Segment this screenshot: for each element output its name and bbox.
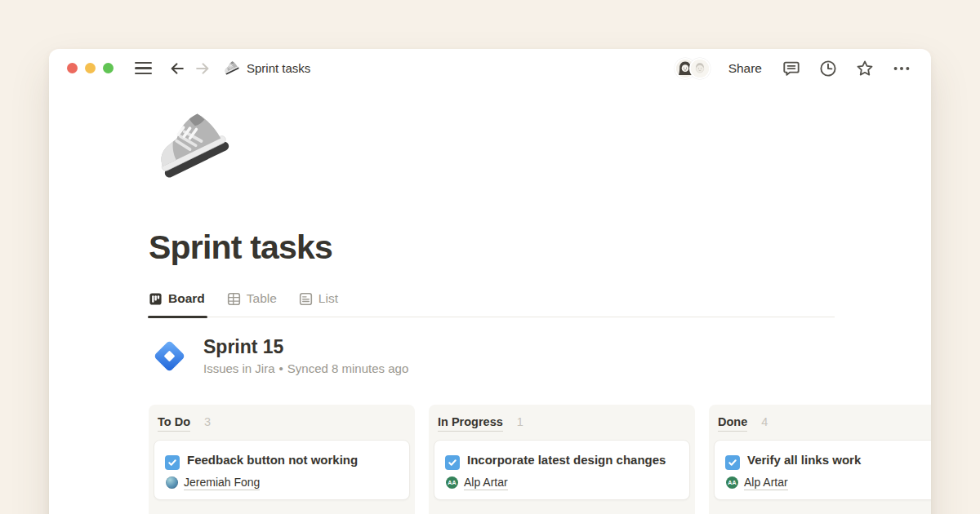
page-hero-sneaker-icon[interactable] — [151, 103, 234, 189]
updates-clock-icon[interactable] — [818, 59, 838, 78]
board-column-todo: To Do 3 Feedback button not working Jere… — [149, 405, 415, 514]
assignee-row: AA Alp Artar — [725, 476, 931, 490]
task-card[interactable]: Feedback button not working Jeremiah Fon… — [154, 440, 410, 500]
database-sync-status: Issues in Jira•Synced 8 minutes ago — [203, 361, 408, 375]
board-column-done: Done 4 Verify all links work AA Alp Arta… — [709, 405, 931, 514]
task-card[interactable]: Verify all links work AA Alp Artar — [714, 440, 931, 500]
assignee-avatar: AA — [726, 476, 738, 489]
breadcrumb[interactable]: Sprint tasks — [223, 60, 310, 77]
assignee-name[interactable]: Jeremiah Fong — [184, 476, 260, 490]
column-name[interactable]: In Progress — [438, 415, 503, 432]
column-count: 3 — [204, 415, 211, 428]
app-window: Sprint tasks Share — [49, 49, 931, 514]
assignee-avatar: AA — [446, 476, 458, 489]
column-count: 4 — [761, 415, 768, 428]
assignee-row: Jeremiah Fong — [165, 476, 399, 490]
more-options-icon[interactable] — [892, 59, 911, 78]
view-tabs: Board Table List — [149, 291, 835, 317]
titlebar: Sprint tasks Share — [49, 49, 931, 87]
assignee-avatar — [166, 476, 178, 489]
minimize-window-button[interactable] — [85, 63, 96, 73]
task-checkbox[interactable] — [445, 455, 460, 470]
window-controls — [67, 63, 114, 73]
linked-database-header: Sprint 15 Issues in Jira•Synced 8 minute… — [149, 335, 408, 377]
tab-list[interactable]: List — [299, 291, 338, 306]
jira-icon[interactable] — [149, 335, 190, 377]
avatar-man — [689, 58, 710, 79]
breadcrumb-title: Sprint tasks — [247, 61, 310, 75]
board-column-in-progress: In Progress 1 Incorporate latest design … — [429, 405, 695, 514]
assignee-name[interactable]: Alp Artar — [464, 476, 508, 490]
share-button[interactable]: Share — [728, 61, 762, 76]
database-title[interactable]: Sprint 15 — [203, 335, 408, 358]
assignee-row: AA Alp Artar — [445, 476, 679, 490]
task-title: Incorporate latest design changes — [445, 450, 679, 471]
page-title: Sprint tasks — [149, 228, 332, 267]
kanban-board: To Do 3 Feedback button not working Jere… — [149, 405, 931, 514]
check-icon — [728, 458, 737, 467]
tab-list-label: List — [318, 291, 338, 306]
column-header: Done 4 — [713, 408, 931, 440]
sidebar-menu-icon[interactable] — [135, 62, 152, 74]
zoom-window-button[interactable] — [103, 63, 114, 73]
column-header: To Do 3 — [153, 408, 411, 440]
favorite-star-icon[interactable] — [855, 59, 875, 78]
task-checkbox[interactable] — [725, 455, 740, 470]
column-name[interactable]: To Do — [158, 415, 190, 432]
task-card[interactable]: Incorporate latest design changes AA Alp… — [434, 440, 690, 500]
tab-board[interactable]: Board — [149, 291, 205, 306]
assignee-name[interactable]: Alp Artar — [744, 476, 788, 490]
list-view-icon — [299, 292, 313, 306]
task-title: Feedback button not working — [165, 450, 399, 471]
column-count: 1 — [517, 415, 523, 428]
close-window-button[interactable] — [67, 63, 78, 73]
tab-table[interactable]: Table — [227, 291, 277, 306]
check-icon — [448, 458, 457, 467]
column-name[interactable]: Done — [718, 415, 747, 432]
back-icon[interactable] — [168, 60, 186, 78]
presence-avatars[interactable] — [675, 58, 710, 79]
check-icon — [167, 458, 177, 467]
tab-table-label: Table — [247, 291, 277, 306]
board-view-icon — [149, 292, 163, 306]
column-header: In Progress 1 — [433, 408, 691, 440]
forward-icon[interactable] — [194, 60, 212, 78]
comments-icon[interactable] — [782, 59, 801, 78]
table-view-icon — [227, 292, 241, 306]
tab-board-label: Board — [168, 291, 205, 306]
task-checkbox[interactable] — [165, 455, 180, 470]
sneaker-page-icon — [223, 60, 240, 77]
task-title: Verify all links work — [725, 450, 931, 471]
